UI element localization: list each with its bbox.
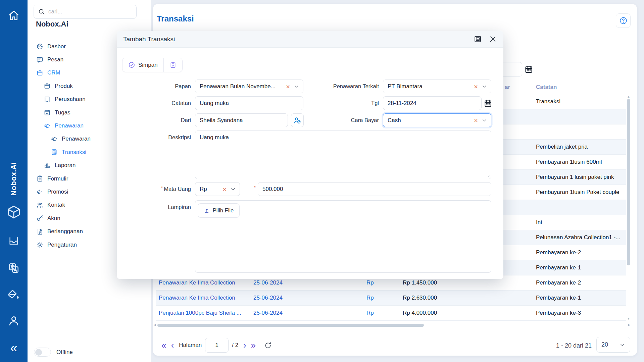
- add-transaction-modal: Tambah Transaksi Simpan Papan Penawaran …: [117, 31, 503, 279]
- mata-uang-select[interactable]: Rp ×: [195, 182, 240, 196]
- page-number-input[interactable]: [205, 338, 229, 353]
- sidebar-item-label: Penawaran: [62, 136, 91, 142]
- table-vertical-scrollbar[interactable]: ▲ ▼: [626, 94, 631, 321]
- papan-value: Penawaran Bulan Novembe...: [200, 83, 283, 90]
- modal-header: Tambah Transaksi: [117, 31, 503, 48]
- transaction-date-link[interactable]: 25-06-2024: [253, 291, 283, 305]
- chevron-down-icon[interactable]: [481, 83, 488, 90]
- clear-icon[interactable]: ×: [222, 186, 227, 193]
- penawaran-terkait-select[interactable]: PT Bimantara ×: [383, 80, 491, 93]
- scroll-left-arrow-icon[interactable]: ◀: [154, 323, 156, 326]
- user-icon[interactable]: [7, 314, 20, 327]
- pagination-prev-button[interactable]: ‹: [168, 341, 176, 350]
- save-button-label: Simpan: [138, 62, 158, 68]
- pagination-first-button[interactable]: «: [159, 341, 168, 350]
- calendar-icon[interactable]: [524, 65, 533, 74]
- handshake-icon: [51, 136, 58, 143]
- pagination-next-button[interactable]: ›: [241, 341, 249, 350]
- building-icon: [44, 96, 51, 103]
- table-header-catatan[interactable]: Catatan: [536, 84, 557, 91]
- transaction-catatan: Transaksi: [536, 94, 560, 109]
- paint-icon[interactable]: [7, 289, 20, 301]
- dari-input[interactable]: [195, 113, 288, 127]
- sidebar-item-label: Akun: [47, 215, 60, 222]
- collapse-sidebar-icon[interactable]: «: [6, 341, 21, 356]
- transaction-catatan: Pembayaran ke-2: [536, 275, 581, 290]
- transaction-name-link[interactable]: Penjualan 1000pc Baju Sheila ...: [159, 306, 241, 320]
- mata-uang-label: * Mata Uang: [120, 186, 191, 192]
- home-icon[interactable]: [8, 9, 20, 21]
- megaphone-icon: [36, 188, 43, 195]
- search-input[interactable]: [48, 8, 132, 15]
- save-button[interactable]: Simpan: [122, 58, 163, 72]
- close-icon[interactable]: [489, 35, 497, 43]
- maximize-icon[interactable]: [474, 35, 482, 43]
- sidebar-item-label: CRM: [47, 69, 60, 76]
- pagination-label: Halaman: [179, 342, 202, 349]
- table-header-partial[interactable]: ar: [505, 84, 510, 91]
- catatan-input[interactable]: [195, 96, 303, 110]
- translate-icon[interactable]: [8, 262, 20, 274]
- cara-bayar-select[interactable]: Cash ×: [383, 113, 491, 127]
- transaction-amount: Rp 2.630.000: [403, 291, 437, 305]
- sidebar-search[interactable]: [34, 5, 137, 19]
- table-horizontal-scrollbar[interactable]: ◀ ▶: [153, 323, 631, 327]
- chevron-down-icon[interactable]: [481, 117, 488, 123]
- save-and-check-button[interactable]: [163, 58, 182, 72]
- inbox-icon[interactable]: [8, 235, 19, 247]
- sidebar-item-label: Promosi: [47, 189, 68, 195]
- sidebar-item-label: Formulir: [47, 175, 68, 182]
- calendar-icon[interactable]: [484, 99, 492, 108]
- transaction-currency-link[interactable]: Rp: [366, 291, 374, 305]
- transaction-catatan: Pelunasan Azahra Collection1 -...: [536, 230, 620, 245]
- pilih-file-button[interactable]: Pilih File: [198, 203, 240, 218]
- rail-brand-text: Nobox.Ai: [9, 162, 18, 196]
- scroll-up-arrow-icon[interactable]: ▲: [626, 95, 631, 98]
- chevron-down-icon[interactable]: [230, 186, 236, 192]
- lampiran-dropzone[interactable]: Pilih File: [195, 200, 491, 273]
- transaction-name-link[interactable]: Penawaran Ke Ilma Collection: [159, 291, 235, 305]
- table-row[interactable]: Penjualan 1000pc Baju Sheila ...25-06-20…: [156, 306, 626, 321]
- tgl-label: Tgl: [307, 100, 379, 106]
- papan-select[interactable]: Penawaran Bulan Novembe... ×: [195, 80, 303, 93]
- transaction-catatan: Ini: [536, 215, 542, 230]
- check-circle-icon: [128, 61, 135, 68]
- pagination-last-button[interactable]: »: [249, 341, 258, 350]
- tgl-input[interactable]: [383, 96, 482, 110]
- refresh-icon[interactable]: [264, 342, 272, 349]
- offline-label: Offline: [56, 349, 73, 356]
- transaction-date-link[interactable]: 25-06-2024: [253, 306, 283, 320]
- penawaran-terkait-label: Penawaran Terkait: [307, 83, 379, 90]
- scroll-down-arrow-icon[interactable]: ▼: [626, 317, 631, 320]
- sidebar-item-label: Kontak: [47, 202, 65, 208]
- catatan-label: Catatan: [120, 100, 191, 106]
- nobox-cube-icon[interactable]: [6, 205, 21, 219]
- transaction-catatan: Pembayaran 1lusin Paket couple: [536, 185, 620, 200]
- table-row[interactable]: Penawaran Ke Ilma Collection25-06-2024Rp…: [156, 291, 626, 306]
- scroll-right-arrow-icon[interactable]: ▶: [628, 323, 630, 326]
- offline-toggle[interactable]: [34, 348, 51, 357]
- horizontal-scroll-thumb[interactable]: [157, 324, 424, 327]
- clipboard-check-icon: [169, 61, 177, 68]
- left-rail: Nobox.Ai «: [0, 0, 28, 362]
- help-button[interactable]: [616, 13, 631, 28]
- page-size-select[interactable]: 20: [596, 337, 630, 353]
- cara-bayar-label: Cara Bayar: [307, 117, 379, 123]
- clear-icon[interactable]: ×: [474, 83, 478, 90]
- briefcase-icon: [36, 69, 43, 76]
- clear-icon[interactable]: ×: [474, 117, 478, 124]
- dashboard-icon: [36, 43, 43, 50]
- chevron-down-icon[interactable]: [293, 83, 300, 90]
- sidebar-item-label: Dasbor: [47, 43, 66, 50]
- clear-icon[interactable]: ×: [286, 83, 290, 90]
- transaction-currency-link[interactable]: Rp: [366, 306, 374, 320]
- clipboard-icon: [36, 175, 43, 182]
- transaction-catatan: Pembayaran ke-2: [536, 245, 581, 260]
- calculator-icon: [51, 149, 58, 156]
- jumlah-input[interactable]: [258, 182, 491, 196]
- pagination-bar: « ‹ Halaman / 2 › »: [159, 338, 272, 353]
- handshake-icon: [44, 122, 51, 130]
- deskripsi-textarea[interactable]: Uang muka: [195, 131, 491, 179]
- vertical-scroll-thumb[interactable]: [627, 99, 630, 265]
- pick-contact-button[interactable]: [291, 113, 304, 127]
